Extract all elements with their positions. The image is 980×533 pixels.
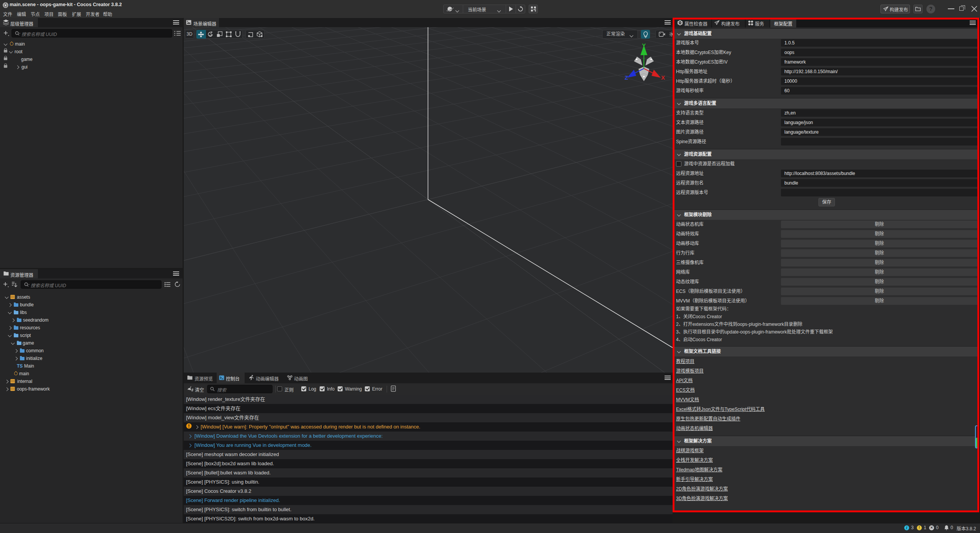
svg-text:Z: Z	[624, 74, 628, 81]
svg-text:X: X	[661, 74, 665, 81]
svg-text:Y: Y	[642, 42, 646, 49]
